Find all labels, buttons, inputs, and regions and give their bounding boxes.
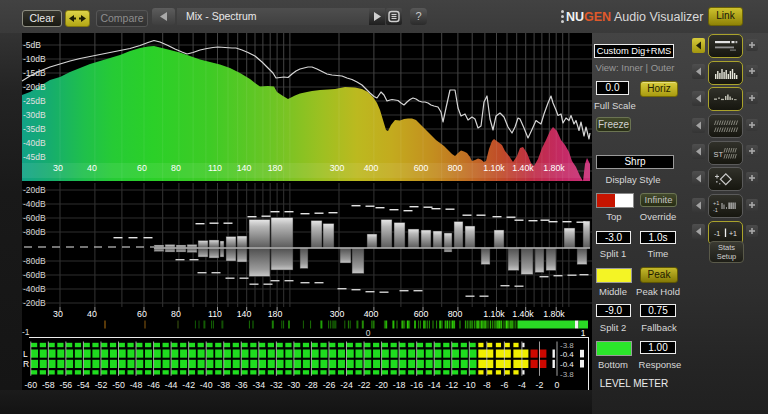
svg-text:800: 800: [448, 163, 463, 173]
svg-text:-60dB: -60dB: [23, 213, 46, 223]
svg-text:0: 0: [366, 328, 371, 338]
svg-text:-0.4: -0.4: [560, 350, 574, 359]
svg-text:-34: -34: [252, 380, 265, 390]
svg-text:-10dB: -10dB: [23, 54, 46, 64]
svg-text:60: 60: [137, 163, 147, 173]
svg-text:-48: -48: [130, 380, 143, 390]
svg-text:80: 80: [171, 163, 181, 173]
svg-text:-1: -1: [714, 230, 720, 237]
svg-text:-20: -20: [375, 380, 388, 390]
svg-text:-20dB: -20dB: [23, 185, 46, 195]
svg-text:800: 800: [448, 309, 463, 319]
svg-text:-14: -14: [428, 380, 441, 390]
svg-text:R: R: [23, 359, 29, 369]
svg-text:180: 180: [268, 163, 283, 173]
svg-text:110: 110: [208, 163, 222, 173]
svg-text:-22: -22: [358, 380, 371, 390]
svg-text:-40dB: -40dB: [23, 199, 46, 209]
svg-text:-50: -50: [112, 380, 125, 390]
svg-text:180: 180: [268, 309, 283, 319]
svg-text:300: 300: [330, 163, 345, 173]
svg-text:1.10k: 1.10k: [483, 309, 505, 319]
svg-text:-18: -18: [393, 380, 406, 390]
svg-text:L: L: [23, 349, 28, 359]
svg-text:-25dB: -25dB: [23, 96, 46, 106]
svg-text:-6: -6: [500, 380, 508, 390]
svg-text:-12: -12: [445, 380, 458, 390]
svg-text:-3.8: -3.8: [560, 370, 574, 379]
svg-text:-52: -52: [95, 380, 108, 390]
svg-text:400: 400: [364, 163, 379, 173]
svg-text:-1: -1: [713, 207, 718, 213]
svg-text:-28: -28: [305, 380, 318, 390]
svg-text:-5dB: -5dB: [23, 40, 41, 50]
svg-text:40: 40: [87, 309, 97, 319]
svg-text:1.10k: 1.10k: [483, 163, 505, 173]
svg-text:1.40k: 1.40k: [512, 309, 534, 319]
svg-text:-80dB: -80dB: [23, 227, 46, 237]
svg-text:-54: -54: [77, 380, 90, 390]
svg-text:-2: -2: [536, 380, 544, 390]
svg-text:1.40k: 1.40k: [512, 163, 534, 173]
svg-text:-1: -1: [22, 327, 30, 337]
svg-text:-45dB: -45dB: [23, 152, 46, 162]
svg-text:-26: -26: [323, 380, 336, 390]
svg-text:-3.8: -3.8: [560, 341, 574, 350]
svg-text:-46: -46: [147, 380, 160, 390]
svg-text:-58: -58: [42, 380, 55, 390]
svg-text:-30dB: -30dB: [23, 110, 46, 120]
svg-text:140: 140: [237, 309, 252, 319]
svg-text:30: 30: [53, 309, 63, 319]
svg-text:-15dB: -15dB: [23, 68, 46, 78]
svg-text:400: 400: [364, 309, 379, 319]
svg-text:110: 110: [208, 309, 222, 319]
svg-text:-80dB: -80dB: [23, 256, 46, 266]
svg-text:300: 300: [330, 309, 345, 319]
svg-text:600: 600: [414, 163, 429, 173]
svg-text:-10: -10: [463, 380, 476, 390]
svg-text:-8: -8: [483, 380, 491, 390]
svg-text:-60: -60: [24, 380, 37, 390]
svg-text:-56: -56: [60, 380, 73, 390]
svg-text:30: 30: [53, 163, 63, 173]
svg-text:1.80k: 1.80k: [543, 163, 565, 173]
svg-text:-38: -38: [217, 380, 230, 390]
svg-text:60: 60: [137, 309, 147, 319]
svg-text:-42: -42: [182, 380, 195, 390]
svg-text:1.80k: 1.80k: [543, 309, 565, 319]
svg-text:-40dB: -40dB: [23, 138, 46, 148]
svg-text:-40: -40: [200, 380, 213, 390]
svg-text:+1: +1: [729, 230, 737, 237]
svg-text:ST: ST: [714, 149, 724, 158]
svg-text:+1: +1: [713, 200, 719, 206]
svg-text:80: 80: [171, 309, 181, 319]
svg-text:-32: -32: [270, 380, 283, 390]
svg-text:-35dB: -35dB: [23, 124, 46, 134]
svg-text:-36: -36: [235, 380, 248, 390]
svg-text:-24: -24: [340, 380, 353, 390]
svg-text:-40dB: -40dB: [23, 284, 46, 294]
svg-text:40: 40: [87, 163, 97, 173]
svg-text:-4: -4: [518, 380, 526, 390]
svg-text:0: 0: [555, 380, 560, 390]
svg-text:-16: -16: [410, 380, 423, 390]
svg-text:-20dB: -20dB: [23, 82, 46, 92]
svg-text:-30: -30: [288, 380, 301, 390]
svg-text:140: 140: [237, 163, 252, 173]
svg-text:-20dB: -20dB: [23, 298, 46, 308]
svg-text:-60dB: -60dB: [23, 270, 46, 280]
svg-text:600: 600: [414, 309, 429, 319]
svg-text:-44: -44: [165, 380, 178, 390]
